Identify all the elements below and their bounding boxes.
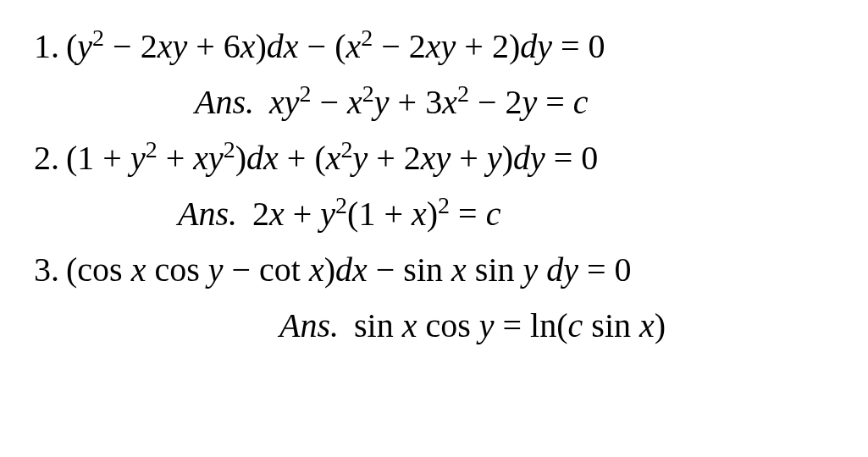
problem-3-answer-line: Ans.sin x cos y = ln(c sin x) (34, 303, 843, 349)
answer-label: Ans. (279, 306, 339, 344)
problem-3-equation: 3.(cos x cos y − cot x)dx − sin x sin y … (34, 247, 843, 293)
problem-3-number: 3. (34, 251, 59, 289)
problem-1-answer-text: xy2 − x2y + 3x2 − 2y = c (269, 83, 589, 121)
math-problems-page: 1.(y2 − 2xy + 6x)dx − (x2 − 2xy + 2)dy =… (0, 0, 868, 457)
problem-2-answer-line: Ans.2x + y2(1 + x)2 = c (34, 191, 843, 237)
problem-3-equation-text: (cos x cos y − cot x)dx − sin x sin y dy… (66, 251, 632, 289)
answer-label: Ans. (195, 83, 254, 121)
problem-1-equation-text: (y2 − 2xy + 6x)dx − (x2 − 2xy + 2)dy = 0 (66, 27, 605, 65)
problem-1-answer-line: Ans.xy2 − x2y + 3x2 − 2y = c (34, 80, 843, 125)
problem-2-number: 2. (34, 139, 59, 177)
problem-2-equation: 2.(1 + y2 + xy2)dx + (x2y + 2xy + y)dy =… (34, 135, 843, 181)
problem-3-answer-text: sin x cos y = ln(c sin x) (354, 306, 666, 344)
problem-1-equation: 1.(y2 − 2xy + 6x)dx − (x2 − 2xy + 2)dy =… (34, 24, 843, 69)
problem-1-number: 1. (34, 27, 59, 65)
problem-2-answer-text: 2x + y2(1 + x)2 = c (252, 195, 500, 233)
answer-label: Ans. (178, 195, 237, 233)
problem-2-equation-text: (1 + y2 + xy2)dx + (x2y + 2xy + y)dy = 0 (66, 139, 598, 177)
